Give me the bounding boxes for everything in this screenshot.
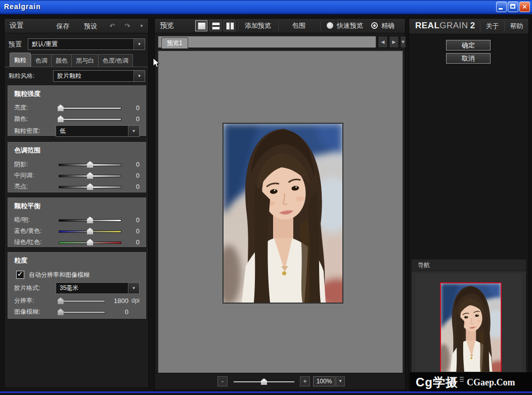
plugin-panel: REALGRAIN2 关于 帮助 确定 取消 导航 <box>409 18 529 390</box>
zoom-out-button[interactable]: - <box>217 376 228 386</box>
view-single-button[interactable] <box>195 20 207 31</box>
watermark-logo: Cg学摄 <box>410 374 458 390</box>
slider-handle[interactable] <box>58 105 64 111</box>
brightness-slider[interactable] <box>59 103 121 113</box>
slider-row: 亮度: 0 <box>14 102 140 113</box>
zoom-level-value[interactable]: 100% <box>313 376 335 386</box>
image-blur-slider <box>59 307 105 317</box>
accurate-radio[interactable] <box>371 22 378 29</box>
shadows-slider[interactable] <box>59 159 121 169</box>
midtones-slider[interactable] <box>59 170 121 180</box>
tab-color[interactable]: 颜色 <box>51 54 72 67</box>
slider-handle <box>58 298 64 304</box>
section-granularity: 粒度 自动分辨率和图像模糊 胶片格式: 35毫米 ▼ 分辨率: 1800 d <box>8 252 146 319</box>
slider-handle[interactable] <box>87 183 93 190</box>
mouse-cursor <box>153 58 160 68</box>
tab-hue-tone[interactable]: 色度/色调 <box>98 54 133 67</box>
chevron-down-icon[interactable]: ▼ <box>128 126 139 136</box>
grain-style-dropdown[interactable]: 胶片颗粒 ▼ <box>53 70 145 82</box>
accurate-option[interactable]: 精确 <box>371 19 394 32</box>
dark-light-slider[interactable] <box>59 215 121 225</box>
slider-handle[interactable] <box>58 116 64 122</box>
presets-button[interactable]: 预设 <box>77 19 104 33</box>
preset-value: 默认/重置 <box>28 39 134 50</box>
slider-handle[interactable] <box>87 239 93 245</box>
bracket-button[interactable]: 包围 <box>279 19 319 32</box>
close-button[interactable]: ✕ <box>519 2 530 12</box>
maximize-button[interactable] <box>508 2 518 12</box>
grain-density-dropdown[interactable]: 低 ▼ <box>56 125 140 137</box>
tab-scroll-right-icon[interactable]: ▶ <box>389 36 399 48</box>
slider-handle[interactable] <box>87 172 93 179</box>
help-button[interactable]: 帮助 <box>505 19 528 33</box>
slider-handle[interactable] <box>87 217 93 223</box>
preview-image[interactable] <box>223 123 343 304</box>
chevron-down-icon[interactable]: ▼ <box>134 39 145 50</box>
section-title: 色调范围 <box>14 146 140 155</box>
slider-unit: dpi <box>128 297 140 304</box>
save-button[interactable]: 保存 <box>49 19 76 33</box>
slider-handle[interactable] <box>87 161 93 168</box>
preview-toolbar: 预览 添加预览 包围 快速预览 精确 <box>155 19 405 33</box>
density-value: 低 <box>56 126 128 136</box>
tab-tone[interactable]: 色调 <box>31 54 52 67</box>
auto-resolution-checkbox[interactable] <box>16 271 24 279</box>
blue-yellow-slider[interactable] <box>59 226 121 236</box>
slider-value: 0 <box>124 183 140 190</box>
about-button[interactable]: 关于 <box>481 19 504 33</box>
preview-canvas[interactable] <box>157 50 404 374</box>
add-preview-button[interactable]: 添加预览 <box>239 19 277 32</box>
auto-resolution-row: 自动分辨率和图像模糊 <box>14 269 140 281</box>
plugin-header: REALGRAIN2 关于 帮助 <box>409 19 528 34</box>
highlights-slider[interactable] <box>59 181 121 191</box>
color-slider[interactable] <box>59 114 121 124</box>
zoom-in-button[interactable]: + <box>300 376 310 386</box>
slider-value: 1800 <box>108 297 128 305</box>
undo-icon[interactable]: ↶ <box>105 19 119 33</box>
view-split-horizontal-button[interactable] <box>209 20 221 31</box>
slider-label: 中间调: <box>14 171 56 180</box>
zoom-slider[interactable] <box>233 376 295 386</box>
slider-value: 0 <box>124 115 140 123</box>
slider-row: 蓝色/黄色: 0 <box>14 225 140 236</box>
tab-scroll-left-icon[interactable]: ◀ <box>378 36 388 48</box>
chevron-down-icon[interactable]: ▼ <box>128 283 139 293</box>
slider-row: 颜色: 0 <box>14 113 140 124</box>
checkbox-label: 自动分辨率和图像模糊 <box>29 271 90 279</box>
green-red-slider[interactable] <box>59 237 121 247</box>
view-split-vertical-button[interactable] <box>224 20 236 31</box>
resolution-slider <box>59 295 105 306</box>
slider-value: 0 <box>124 227 140 235</box>
split-vertical-icon <box>226 22 234 30</box>
slider-handle[interactable] <box>87 228 93 234</box>
tab-list-chevron-down-icon[interactable]: ▼ <box>400 36 406 48</box>
slider-label: 亮点: <box>14 182 56 191</box>
quick-preview-radio[interactable] <box>327 22 333 29</box>
cancel-button[interactable]: 取消 <box>446 53 491 64</box>
chevron-down-icon[interactable]: ▼ <box>134 71 145 81</box>
zoom-bar: - + 100% ▼ <box>155 373 405 389</box>
preset-dropdown[interactable]: 默认/重置 ▼ <box>28 38 145 50</box>
navigator-thumbnail[interactable] <box>440 282 502 372</box>
preview-tab-1[interactable]: 预览1 <box>161 37 188 48</box>
ok-button[interactable]: 确定 <box>446 40 491 51</box>
slider-row: 图像模糊: 0 <box>14 306 140 317</box>
tab-grain[interactable]: 颗粒 <box>10 53 31 67</box>
slider-row: 绿色/红色: 0 <box>14 236 140 248</box>
quick-preview-option[interactable]: 快速预览 <box>327 19 363 32</box>
film-format-dropdown[interactable]: 35毫米 ▼ <box>56 282 140 294</box>
minimize-button[interactable] <box>496 2 507 12</box>
tab-black-white[interactable]: 黑与白 <box>71 54 99 67</box>
zoom-chevron-down-icon[interactable]: ▼ <box>336 376 345 386</box>
redo-icon[interactable]: ↷ <box>120 19 135 33</box>
density-label: 颗粒密度: <box>14 127 56 135</box>
slider-label: 亮度: <box>14 104 56 112</box>
window-titlebar[interactable]: Realgrain ✕ <box>0 0 532 15</box>
slider-value: 0 <box>124 104 140 112</box>
navigator-panel: 导航 <box>411 259 526 373</box>
header-chevron-down-icon[interactable]: ▼ <box>135 19 148 33</box>
slider-value: 0 <box>108 308 128 316</box>
slider-handle <box>58 309 64 315</box>
zoom-slider-handle[interactable] <box>261 378 267 385</box>
slider-row: 亮点: 0 <box>14 181 140 192</box>
